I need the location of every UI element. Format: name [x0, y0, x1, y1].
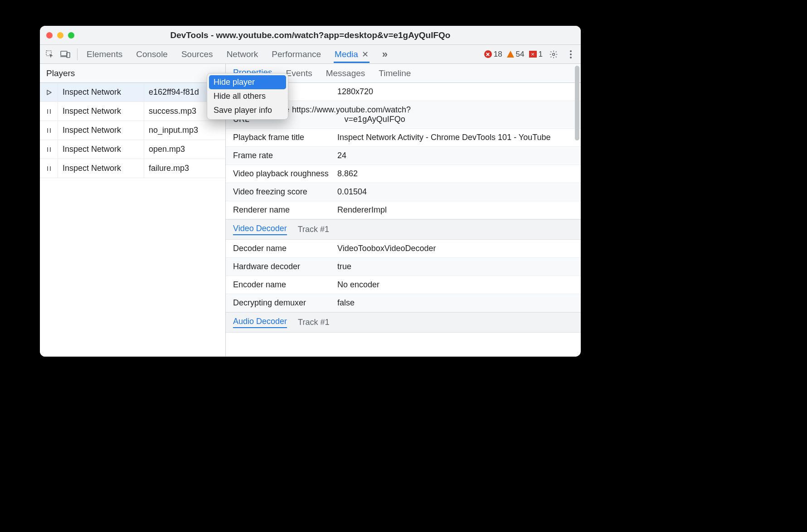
section-track[interactable]: Track #1: [298, 225, 329, 234]
window-title: DevTools - www.youtube.com/watch?app=des…: [40, 30, 581, 40]
section-track[interactable]: Track #1: [298, 318, 329, 327]
property-row: Decoder name VideoTooboxVideoDecoder: [226, 240, 581, 258]
property-row: Frame rate 24: [226, 147, 581, 165]
device-toolbar-icon[interactable]: [59, 48, 72, 61]
property-name: Frame rate: [233, 151, 337, 160]
player-file: open.mp3: [144, 145, 225, 154]
zoom-window-button[interactable]: [68, 32, 74, 39]
players-sidebar: Players Inspect Network e162ff94-f81d In…: [40, 64, 226, 357]
property-name: Video playback roughness: [233, 169, 337, 179]
subtab-messages[interactable]: Messages: [326, 64, 365, 82]
titlebar: DevTools - www.youtube.com/watch?app=des…: [40, 26, 581, 45]
pause-icon: [40, 121, 58, 140]
inspect-element-icon[interactable]: [44, 48, 56, 61]
property-value: 24: [337, 151, 574, 160]
issue-count: 1: [539, 50, 543, 59]
property-name: Decrypting demuxer: [233, 298, 337, 308]
property-name: Hardware decoder: [233, 262, 337, 271]
player-origin: Inspect Network: [58, 159, 144, 178]
devtools-toolbar: Elements Console Sources Network Perform…: [40, 45, 581, 64]
main-panel-tabs: Elements Console Sources Network Perform…: [86, 46, 388, 63]
property-row: Decrypting demuxer false: [226, 294, 581, 312]
svg-rect-1: [61, 51, 67, 56]
property-value: RendererImpl: [337, 205, 574, 215]
ctx-hide-all-others[interactable]: Hide all others: [207, 89, 288, 103]
player-row[interactable]: Inspect Network no_input.mp3: [40, 121, 225, 140]
property-value: false: [337, 298, 574, 308]
property-value: https://www.youtube.com/watch? app=deskt…: [292, 105, 574, 124]
player-file: failure.mp3: [144, 164, 225, 173]
more-tabs-icon[interactable]: »: [382, 48, 388, 60]
minimize-window-button[interactable]: [57, 32, 63, 39]
player-row[interactable]: Inspect Network e162ff94-f81d: [40, 83, 225, 102]
close-tab-icon[interactable]: ✕: [362, 49, 369, 59]
pause-icon: [40, 102, 58, 121]
warning-count-badge[interactable]: 54: [507, 50, 525, 59]
property-value: 8.862: [337, 169, 574, 179]
property-name: Video freezing score: [233, 187, 337, 197]
property-value: Inspect Network Activity - Chrome DevToo…: [337, 133, 574, 142]
player-context-menu: Hide player Hide all others Save player …: [207, 73, 288, 120]
section-title[interactable]: Audio Decoder: [233, 317, 287, 328]
player-row[interactable]: Inspect Network failure.mp3: [40, 159, 225, 178]
property-value: VideoTooboxVideoDecoder: [337, 244, 574, 253]
tab-elements[interactable]: Elements: [86, 46, 123, 63]
player-file: no_input.mp3: [144, 126, 225, 135]
property-name: Encoder name: [233, 280, 337, 290]
player-row[interactable]: Inspect Network open.mp3: [40, 140, 225, 159]
tab-sources[interactable]: Sources: [180, 46, 214, 63]
issue-icon: [529, 51, 537, 58]
pause-icon: [40, 159, 58, 178]
toolbar-separator: [77, 48, 78, 60]
tab-network[interactable]: Network: [226, 46, 259, 63]
properties-list: Resolution 1280x720 Playback frame URL h…: [226, 83, 581, 357]
close-window-button[interactable]: [46, 32, 53, 39]
error-icon: [484, 50, 492, 58]
property-name: Playback frame title: [233, 133, 337, 142]
error-count: 18: [494, 50, 502, 59]
players-header: Players: [40, 64, 225, 83]
svg-point-3: [553, 53, 555, 55]
subtab-events[interactable]: Events: [286, 64, 312, 82]
tab-performance[interactable]: Performance: [271, 46, 322, 63]
property-name: Decoder name: [233, 244, 337, 253]
warning-count: 54: [516, 50, 525, 59]
svg-point-6: [570, 57, 572, 58]
scrollbar[interactable]: [575, 66, 579, 352]
error-count-badge[interactable]: 18: [484, 50, 502, 59]
section-video-decoder: Video Decoder Track #1: [226, 219, 581, 240]
issue-count-badge[interactable]: 1: [529, 50, 543, 59]
property-value: 0.01504: [337, 187, 574, 197]
warning-icon: [507, 51, 514, 58]
property-value: true: [337, 262, 574, 271]
player-row[interactable]: Inspect Network success.mp3: [40, 102, 225, 121]
property-value: No encoder: [337, 280, 574, 290]
devtools-window: DevTools - www.youtube.com/watch?app=des…: [40, 26, 581, 357]
subtab-timeline[interactable]: Timeline: [379, 64, 411, 82]
scrollbar-thumb[interactable]: [575, 66, 579, 140]
ctx-save-player-info[interactable]: Save player info: [207, 103, 288, 117]
tab-media-label: Media: [335, 49, 358, 59]
svg-point-4: [570, 50, 572, 52]
property-row: Hardware decoder true: [226, 258, 581, 276]
property-row: Encoder name No encoder: [226, 276, 581, 294]
more-options-icon[interactable]: [564, 48, 577, 61]
property-row: Video playback roughness 8.862: [226, 165, 581, 183]
property-value: 1280x720: [337, 87, 574, 97]
window-controls: [40, 32, 74, 39]
ctx-hide-player[interactable]: Hide player: [209, 75, 286, 89]
property-name: Renderer name: [233, 205, 337, 215]
property-row: Playback frame title Inspect Network Act…: [226, 129, 581, 147]
svg-point-5: [570, 53, 572, 55]
player-origin: Inspect Network: [58, 102, 144, 121]
settings-icon[interactable]: [547, 48, 560, 61]
player-origin: Inspect Network: [58, 121, 144, 140]
play-icon: [40, 83, 58, 102]
property-row: Renderer name RendererImpl: [226, 201, 581, 219]
tab-media[interactable]: Media ✕: [334, 46, 369, 63]
player-origin: Inspect Network: [58, 140, 144, 159]
section-title[interactable]: Video Decoder: [233, 224, 287, 235]
pause-icon: [40, 140, 58, 159]
section-audio-decoder: Audio Decoder Track #1: [226, 312, 581, 333]
tab-console[interactable]: Console: [135, 46, 169, 63]
